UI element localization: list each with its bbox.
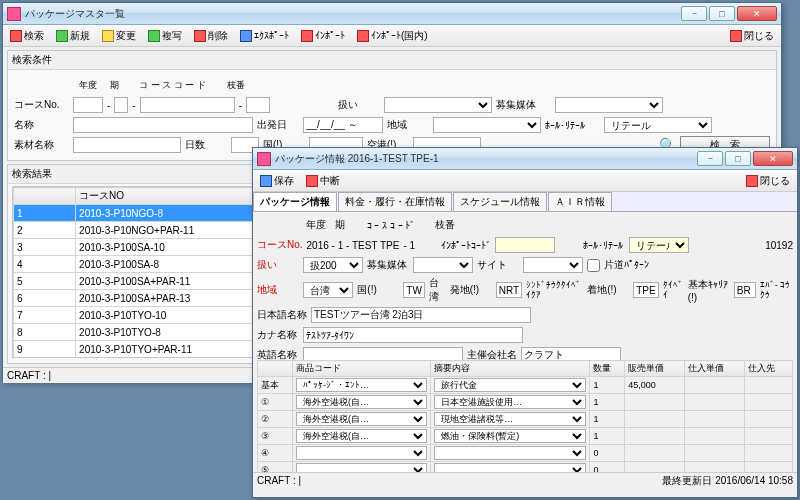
select-area[interactable]: 台湾 [303, 282, 353, 298]
select-description[interactable] [434, 446, 586, 460]
minimize-button[interactable]: － [697, 151, 723, 166]
select-handling[interactable]: 扱200 [303, 257, 363, 273]
input-kname[interactable] [303, 327, 523, 343]
hdr-season: 期 [107, 79, 121, 92]
input-country-code[interactable] [403, 282, 425, 298]
commodity-panel: 商品コード摘要内容数量販売単価仕入単価仕入先 基本ﾊﾟｯｹ-ｼﾞ・ｴﾝﾄ…旅行代… [257, 360, 793, 472]
select-site[interactable] [523, 257, 583, 273]
window-title: パッケージ情報 2016-1-TEST TPE-1 [275, 152, 439, 166]
input-jname[interactable] [311, 307, 531, 323]
lbl-material: 素材名称 [14, 138, 69, 152]
close-icon [730, 30, 742, 42]
toolbar-delete[interactable]: 削除 [191, 28, 231, 44]
select-description[interactable]: 旅行代金 [434, 378, 586, 392]
check-oneway[interactable] [587, 259, 600, 272]
edit-icon [102, 30, 114, 42]
input-depart[interactable] [303, 117, 383, 133]
group-title: 検索条件 [8, 51, 776, 70]
col-header[interactable]: 摘要内容 [431, 361, 590, 377]
col-header[interactable]: 商品コード [292, 361, 430, 377]
hdr-code: コ ー ス コ ー ド [125, 79, 220, 92]
select-product-code[interactable]: ﾊﾟｯｹ-ｼﾞ・ｴﾝﾄ… [296, 378, 427, 392]
select-whretail[interactable]: リテール [629, 237, 689, 253]
titlebar[interactable]: パッケージ情報 2016-1-TEST TPE-1 － □ ✕ [253, 148, 797, 170]
col-header[interactable] [258, 361, 293, 377]
toolbar-save[interactable]: 保存 [257, 173, 297, 189]
select-product-code[interactable]: 海外空港税(自… [296, 395, 427, 409]
select-product-code[interactable]: 海外空港税(自… [296, 429, 427, 443]
toolbar-import[interactable]: ｲﾝﾎﾟｰﾄ [298, 29, 348, 43]
status-bar: CRAFT : | 最終更新日 2016/06/14 10:58 [253, 472, 797, 488]
abort-icon [306, 175, 318, 187]
toolbar-abort[interactable]: 中断 [303, 173, 343, 189]
select-media[interactable] [413, 257, 473, 273]
input-arr[interactable] [633, 282, 659, 298]
input-dep[interactable] [496, 282, 522, 298]
input-import-code[interactable] [495, 237, 555, 253]
select-media[interactable] [555, 97, 663, 113]
app-icon [257, 152, 271, 166]
maximize-button[interactable]: □ [709, 6, 735, 21]
lbl-course: コースNo. [14, 98, 69, 112]
toolbar: 保存 中断 閉じる [253, 170, 797, 192]
toolbar-edit[interactable]: 変更 [99, 28, 139, 44]
select-whretail[interactable]: リテール [604, 117, 712, 133]
col-header[interactable]: 仕入先 [745, 361, 793, 377]
maximize-button[interactable]: □ [725, 151, 751, 166]
tab-package-info[interactable]: パッケージ情報 [253, 192, 337, 211]
lbl-whretail: ﾎｰﾙ･ﾘﾃｰﾙ [545, 120, 600, 131]
last-updated: 最終更新日 2016/06/14 10:58 [662, 474, 793, 488]
tab-price-info[interactable]: 料金・履行・在庫情報 [338, 192, 452, 211]
select-description[interactable] [434, 463, 586, 472]
commodity-row: ⑤0 [258, 462, 793, 473]
minimize-button[interactable]: － [681, 6, 707, 21]
detail-panel: 年度 期 ｺ ｰ ｽ ｺ ｰ ﾄﾞ 枝番 コースNo. 2016 - 1 - T… [253, 212, 797, 360]
toolbar-close[interactable]: 閉じる [727, 28, 777, 44]
toolbar-import-domestic[interactable]: ｲﾝﾎﾟｰﾄ(国内) [354, 28, 431, 44]
toolbar-close[interactable]: 閉じる [743, 173, 793, 189]
titlebar[interactable]: パッケージマスタ一覧 － □ ✕ [3, 3, 781, 25]
select-product-code[interactable] [296, 463, 427, 472]
input-year[interactable] [73, 97, 103, 113]
input-eda[interactable] [246, 97, 270, 113]
toolbar: 検索 新規 変更 複写 削除 ｴｸｽﾎﾟｰﾄ ｲﾝﾎﾟｰﾄ ｲﾝﾎﾟｰﾄ(国内)… [3, 25, 781, 47]
select-description[interactable]: 燃油・保険料(暫定) [434, 429, 586, 443]
lbl-handling: 扱い [338, 98, 380, 112]
hdr-year: 年度 [73, 79, 103, 92]
close-button[interactable]: ✕ [753, 151, 793, 166]
input-carrier[interactable] [734, 282, 756, 298]
input-name[interactable] [73, 117, 253, 133]
col-header[interactable]: 数量 [590, 361, 625, 377]
select-handling[interactable] [384, 97, 492, 113]
import-icon [301, 30, 313, 42]
col-header[interactable]: 販売単価 [625, 361, 685, 377]
tab-schedule-info[interactable]: スケジュール情報 [453, 192, 547, 211]
input-material[interactable] [73, 137, 181, 153]
hdr-eda: 枝番 [224, 79, 248, 92]
toolbar-export[interactable]: ｴｸｽﾎﾟｰﾄ [237, 29, 292, 43]
input-season[interactable] [114, 97, 128, 113]
toolbar-copy[interactable]: 複写 [145, 28, 185, 44]
close-button[interactable]: ✕ [737, 6, 777, 21]
input-promoter[interactable] [521, 347, 621, 360]
tabstrip: パッケージ情報 料金・履行・在庫情報 スケジュール情報 ＡＩＲ情報 [253, 192, 797, 212]
select-area[interactable] [433, 117, 541, 133]
tab-air-info[interactable]: ＡＩＲ情報 [548, 192, 612, 211]
col-header[interactable]: 仕入単価 [685, 361, 745, 377]
close-icon [746, 175, 758, 187]
toolbar-search[interactable]: 検索 [7, 28, 47, 44]
input-ename[interactable] [303, 347, 463, 360]
select-description[interactable]: 現地空港諸税等… [434, 412, 586, 426]
col-header[interactable] [14, 188, 76, 205]
select-product-code[interactable]: 海外空港税(自… [296, 412, 427, 426]
lbl-name: 名称 [14, 118, 69, 132]
lbl-course: コースNo. [257, 238, 303, 252]
lbl-days: 日数 [185, 138, 227, 152]
input-coursecode[interactable] [140, 97, 235, 113]
select-product-code[interactable] [296, 446, 427, 460]
select-description[interactable]: 日本空港施設使用… [434, 395, 586, 409]
delete-icon [194, 30, 206, 42]
toolbar-new[interactable]: 新規 [53, 28, 93, 44]
window-package-detail: パッケージ情報 2016-1-TEST TPE-1 － □ ✕ 保存 中断 閉じ… [252, 147, 798, 498]
commodity-row: ③海外空港税(自…燃油・保険料(暫定)1 [258, 428, 793, 445]
